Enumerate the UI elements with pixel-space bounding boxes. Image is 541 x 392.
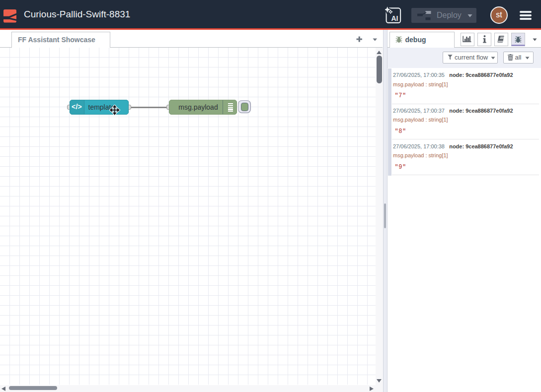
- svg-text:AI: AI: [391, 14, 398, 22]
